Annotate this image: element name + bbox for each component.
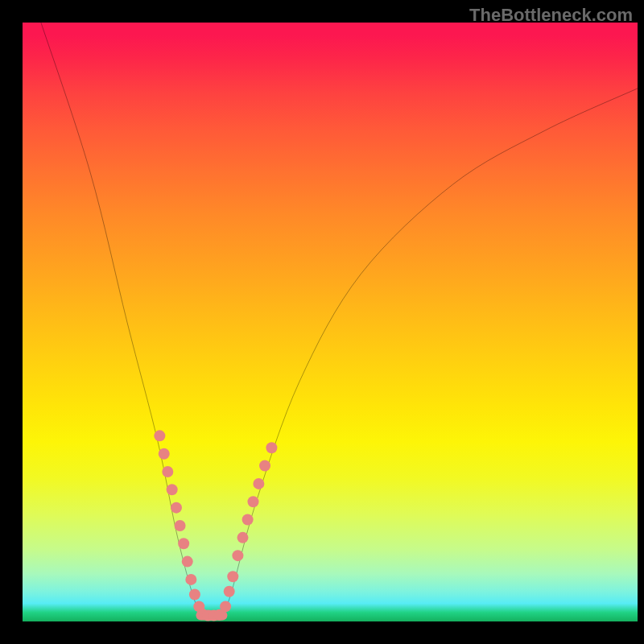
data-dot	[154, 430, 165, 441]
data-dot	[182, 556, 193, 568]
data-dot	[185, 574, 196, 585]
chart-area	[23, 23, 638, 621]
data-dot	[213, 609, 225, 621]
data-dot	[232, 550, 243, 561]
data-dot	[266, 442, 277, 453]
data-dot	[171, 502, 182, 514]
data-dot	[175, 520, 186, 531]
data-dot	[227, 571, 238, 582]
data-dots	[154, 430, 277, 621]
data-dot	[259, 460, 270, 472]
data-dot	[178, 538, 189, 549]
data-dot	[248, 496, 259, 507]
data-dot	[159, 448, 170, 460]
data-dot	[189, 589, 200, 601]
data-dot	[242, 514, 254, 526]
data-dot	[167, 484, 178, 495]
data-dot	[237, 532, 249, 543]
data-dot	[224, 586, 235, 597]
dots-layer	[23, 23, 638, 621]
data-dot	[162, 466, 173, 477]
data-dot	[253, 478, 264, 489]
watermark-text: TheBottleneck.com	[469, 5, 633, 26]
